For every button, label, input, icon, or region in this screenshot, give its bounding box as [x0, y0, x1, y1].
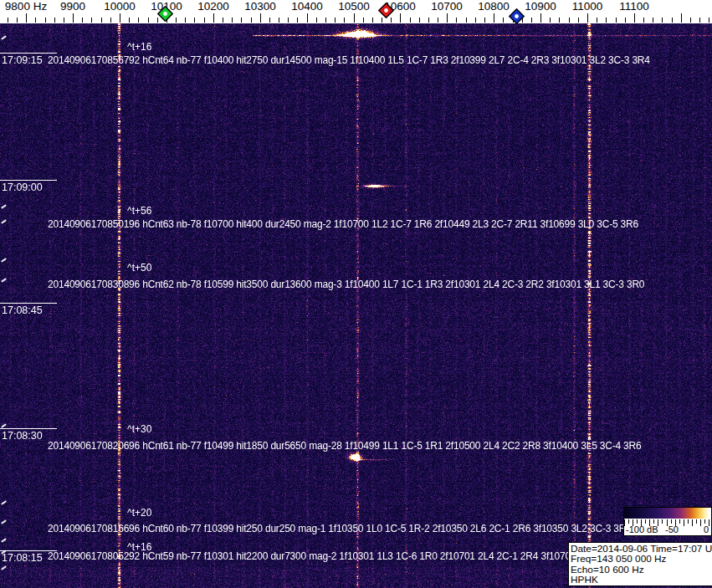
freq-label: 10500: [338, 0, 370, 13]
event-time-offset-marker: ^t+56: [127, 205, 151, 217]
freq-minor-tick: [8, 18, 8, 23]
freq-minor-tick: [550, 18, 551, 23]
freq-minor-tick: [690, 18, 691, 23]
freq-label: 11000: [572, 0, 603, 13]
db-scale-tick: [645, 519, 646, 524]
db-scale-tick: [692, 519, 693, 526]
freq-major-tick: [120, 13, 120, 23]
red-diamond-marker[interactable]: [378, 3, 394, 22]
freq-major-tick: [354, 13, 355, 23]
blue-diamond-marker[interactable]: [509, 8, 525, 28]
freq-minor-tick: [64, 18, 64, 23]
freq-label: 11100: [619, 0, 649, 13]
freq-minor-tick: [625, 18, 626, 23]
freq-minor-tick: [176, 18, 177, 23]
freq-minor-tick: [335, 18, 336, 23]
db-scale-tick: [653, 519, 654, 524]
freq-minor-tick: [616, 18, 617, 23]
freq-minor-tick: [185, 18, 186, 23]
freq-major-tick: [494, 13, 494, 23]
freq-major-tick: [634, 13, 635, 23]
freq-label: 10400: [291, 0, 323, 13]
freq-label: 10200: [197, 0, 229, 13]
db-scale-label-max: 0: [704, 524, 709, 534]
freq-major-tick: [307, 13, 308, 23]
event-detection-text: 20140906170805292 hCnt59 nb-77 f10301 hi…: [48, 550, 610, 562]
time-label: 17:08:45: [0, 303, 57, 316]
event-detection-text: 20140906170830896 hCnt62 nb-78 f10599 hi…: [48, 279, 644, 290]
freq-minor-tick: [484, 18, 485, 23]
event-detection-text: 20140906170856792 hCnt64 nb-77 f10400 hi…: [48, 54, 650, 66]
freq-minor-tick: [288, 18, 289, 23]
freq-minor-tick: [138, 18, 139, 23]
freq-minor-tick: [297, 18, 298, 23]
green-diamond-marker[interactable]: [157, 6, 173, 25]
info-echo-freq: Echo=10 600 Hz: [571, 565, 712, 575]
spectrogram-display: 9800 Hz990010000101001020010300104001050…: [0, 0, 712, 588]
freq-minor-tick: [194, 18, 195, 23]
db-scale-tick: [662, 519, 663, 524]
freq-major-tick: [260, 13, 261, 23]
freq-minor-tick: [325, 18, 326, 23]
db-scale-tick: [704, 519, 705, 524]
freq-major-tick: [26, 13, 27, 23]
info-date-time: Date=2014-09-06 Time=17:07 UTC: [571, 544, 712, 554]
freq-minor-tick: [91, 18, 92, 23]
freq-minor-tick: [35, 18, 36, 23]
db-scale-tick: [696, 519, 697, 524]
frequency-ruler: 9800 Hz990010000101001020010300104001050…: [0, 0, 712, 23]
freq-minor-tick: [279, 18, 279, 23]
freq-minor-tick: [129, 18, 130, 23]
freq-minor-tick: [316, 18, 317, 23]
freq-minor-tick: [699, 18, 700, 23]
freq-major-tick: [213, 13, 214, 23]
event-detection-text: 20140906170850196 hCnt63 nb-78 f10700 hi…: [48, 218, 638, 230]
freq-minor-tick: [241, 18, 242, 23]
freq-minor-tick: [531, 18, 532, 23]
status-info-box: Date=2014-09-06 Time=17:07 UTC Freq=143 …: [568, 542, 712, 586]
freq-minor-tick: [419, 18, 420, 23]
freq-minor-tick: [709, 18, 709, 23]
time-label-text: 17:08:30: [2, 430, 43, 442]
freq-minor-tick: [269, 18, 270, 23]
event-detection-text: 20140906170820696 hCnt61 nb-77 f10499 hi…: [48, 440, 642, 452]
freq-minor-tick: [204, 18, 205, 23]
event-time-offset-marker: ^t+50: [127, 262, 151, 274]
freq-minor-tick: [82, 18, 83, 23]
freq-minor-tick: [662, 18, 663, 23]
freq-minor-tick: [45, 18, 46, 23]
db-scale-tick: [624, 519, 625, 526]
freq-minor-tick: [428, 18, 429, 23]
freq-minor-tick: [363, 18, 364, 23]
event-time-offset-marker: ^t+16: [127, 41, 151, 53]
freq-minor-tick: [148, 18, 149, 23]
freq-minor-tick: [344, 18, 345, 23]
freq-major-tick: [681, 13, 682, 23]
freq-minor-tick: [466, 18, 467, 23]
time-label: 17:09:00: [0, 180, 57, 193]
event-detection-text: 20140906170816696 hCnt60 nb-77 f10399 hi…: [48, 523, 632, 534]
event-time-offset-marker: ^t+30: [127, 423, 151, 435]
freq-minor-tick: [606, 18, 607, 23]
freq-major-tick: [400, 13, 401, 23]
freq-minor-tick: [597, 18, 597, 23]
freq-label: 10800: [478, 0, 510, 13]
db-scale-tick: [628, 519, 629, 524]
db-gradient: [624, 508, 709, 519]
time-label-text: 17:08:15: [2, 552, 43, 564]
freq-label: 10700: [431, 0, 463, 13]
freq-major-tick: [540, 13, 541, 23]
event-time-offset-marker: ^t+20: [127, 507, 151, 519]
db-scale-tick: [700, 519, 701, 526]
db-scale-label-min: -100 dB: [626, 524, 658, 534]
freq-minor-tick: [503, 18, 504, 23]
freq-minor-tick: [559, 18, 560, 23]
freq-minor-tick: [456, 18, 457, 23]
freq-minor-tick: [54, 18, 55, 23]
freq-minor-tick: [372, 18, 373, 23]
freq-minor-tick: [569, 18, 570, 23]
freq-major-tick: [73, 13, 74, 23]
freq-minor-tick: [672, 18, 673, 23]
freq-minor-tick: [17, 18, 18, 23]
db-scale-tick: [688, 519, 689, 524]
